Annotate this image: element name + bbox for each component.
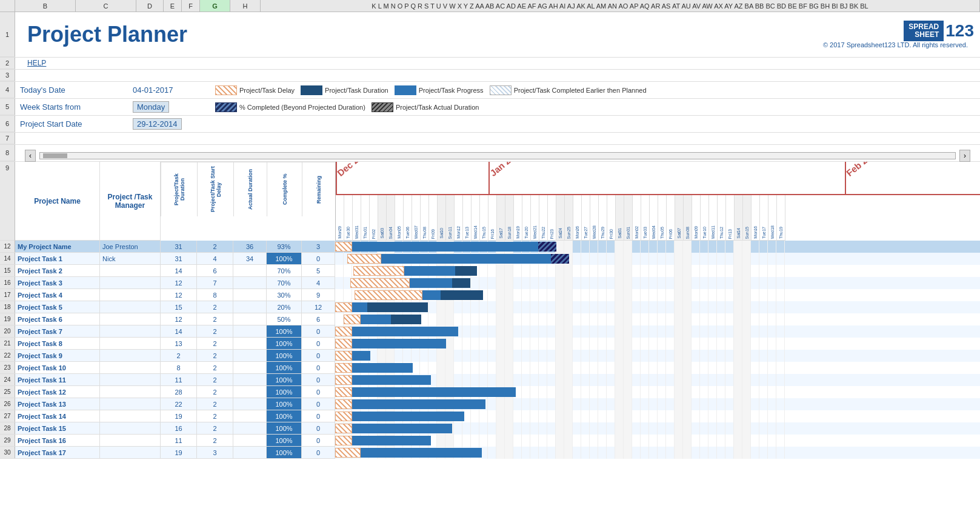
day-header-15: 13Tue (463, 195, 472, 241)
gantt-cell (590, 289, 598, 301)
gantt-cell (632, 386, 641, 398)
scroll-right-button[interactable]: › (959, 150, 970, 162)
gantt-cell (683, 398, 692, 410)
gantt-cell (649, 301, 658, 313)
gantt-cell (742, 277, 751, 289)
gantt-cell (776, 447, 785, 459)
gantt-cell (776, 362, 785, 374)
gantt-cell (700, 374, 708, 386)
gantt-cell (725, 422, 734, 435)
gantt-cell (759, 386, 768, 398)
row-3: 3 (0, 70, 980, 82)
cell-duration: 31 (161, 253, 197, 264)
row-num-data: 22 (0, 350, 15, 361)
gantt-cell (776, 325, 785, 338)
row-4: 4 Today's Date 04-01-2017 Project/Task D… (0, 82, 980, 99)
scroll-track[interactable] (39, 152, 956, 159)
gantt-cell (607, 386, 615, 398)
row-num-8: 8 (0, 145, 15, 161)
bar-progress (422, 290, 441, 300)
gantt-cell (717, 350, 725, 362)
gantt-cell (742, 338, 751, 350)
gantt-cell (675, 338, 683, 350)
scroll-left-button[interactable]: ‹ (25, 150, 36, 162)
day-header-13: 11Sun (446, 195, 455, 241)
gantt-bar-area (335, 253, 980, 265)
gantt-cell (742, 325, 751, 338)
gantt-cell (607, 422, 615, 435)
gantt-cell (734, 241, 742, 253)
gantt-cell (607, 435, 615, 447)
gantt-cell (615, 241, 624, 253)
gantt-cell (725, 301, 734, 313)
gantt-cell (556, 301, 564, 313)
gantt-bar-area (335, 410, 980, 422)
gantt-cell (607, 398, 615, 410)
day-header-37: 04Wed (650, 195, 658, 241)
bar-progress (352, 351, 370, 361)
gantt-cell (581, 362, 590, 374)
row-7: 7 (0, 133, 980, 145)
cell-delay: 2 (197, 301, 233, 313)
gantt-cell (547, 277, 556, 289)
scroll-thumb[interactable] (43, 153, 67, 158)
cell-remaining: 5 (302, 265, 335, 276)
gantt-cell (445, 301, 454, 313)
gantt-cell (547, 265, 556, 277)
gantt-cell (768, 241, 776, 253)
day-header-2: 31Wed (353, 195, 361, 241)
gantt-cell (624, 313, 632, 325)
gantt-cell (624, 301, 632, 313)
help-link[interactable]: HELP (21, 58, 52, 68)
gantt-cell (547, 325, 556, 338)
gantt-cell (708, 410, 717, 422)
cell-duration: 22 (161, 398, 197, 410)
bar-progress (352, 327, 458, 336)
cell-remaining: 0 (302, 422, 335, 434)
gantt-cell (632, 398, 641, 410)
gantt-cell (522, 386, 530, 398)
cell-manager: Nick (100, 253, 161, 264)
bar-delay (335, 327, 352, 336)
gantt-cell (708, 325, 717, 338)
gantt-cell (462, 313, 471, 325)
gantt-cell (641, 350, 649, 362)
start-value[interactable]: 29-12-2014 (133, 118, 182, 130)
gantt-cell (768, 289, 776, 301)
gantt-cell (725, 325, 734, 338)
week-value[interactable]: Monday (133, 101, 169, 113)
bar-hatch-end (551, 254, 569, 264)
gantt-cell (700, 313, 708, 325)
cell-complete: 100% (267, 253, 302, 264)
gantt-cell (675, 277, 683, 289)
gantt-cell (641, 447, 649, 459)
gantt-cell (471, 435, 479, 447)
day-header-5: 03Sat (378, 195, 387, 241)
gantt-cell (666, 410, 675, 422)
gantt-cell (717, 241, 725, 253)
gantt-cell (598, 362, 607, 374)
cell-delay: 2 (197, 374, 233, 385)
header-project-name: Project Name (15, 162, 100, 241)
gantt-cell (539, 338, 547, 350)
cell-duration: 11 (161, 435, 197, 446)
gantt-cell (700, 338, 708, 350)
gantt-cell (598, 398, 607, 410)
gantt-cell (454, 362, 462, 374)
gantt-cell (344, 265, 352, 277)
bar-hatch-end (538, 242, 556, 252)
gantt-cell (335, 313, 344, 325)
gantt-cell (717, 289, 725, 301)
day-header-32: 30Fri (607, 195, 616, 241)
gantt-cell (564, 422, 573, 435)
gantt-cell (530, 265, 539, 277)
gantt-cell (598, 374, 607, 386)
gantt-cell (581, 447, 590, 459)
gantt-cell (564, 398, 573, 410)
gantt-cell (462, 422, 471, 435)
gantt-cell (454, 301, 462, 313)
gantt-cell (725, 374, 734, 386)
table-row: 22 Project Task 9 2 2 100% 0 (0, 350, 980, 362)
gantt-cell (445, 313, 454, 325)
cell-duration: 11 (161, 374, 197, 385)
